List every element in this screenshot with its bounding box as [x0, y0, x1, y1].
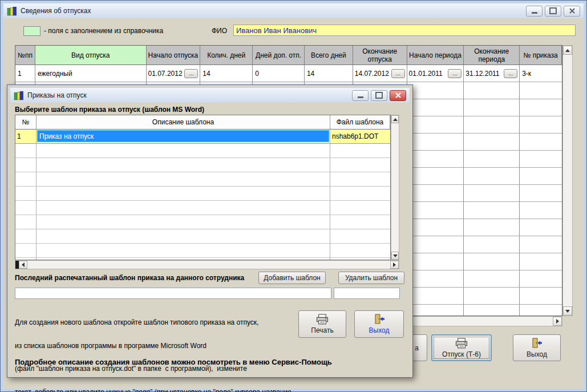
table-row[interactable]	[15, 229, 390, 244]
selected-template[interactable]: Приказ на отпуск	[37, 130, 329, 142]
scrollbar-track[interactable]	[391, 123, 399, 252]
cell-total-days[interactable]: 14	[305, 65, 353, 82]
legend-color-swatch	[23, 26, 41, 36]
cell-start-date[interactable]: 01.07.2012 ...	[147, 65, 201, 82]
column-header-num[interactable]: №	[15, 115, 37, 130]
table-row[interactable]	[15, 172, 390, 187]
table-row[interactable]	[15, 215, 390, 229]
scrollbar-track[interactable]	[563, 55, 572, 306]
column-header-total-days[interactable]: Всего дней	[305, 46, 353, 65]
cell-days[interactable]: 14	[200, 65, 253, 82]
empty-cell	[464, 151, 520, 168]
scroll-right-icon[interactable]	[390, 261, 399, 269]
fio-input[interactable]	[233, 25, 576, 36]
empty-cell	[520, 185, 562, 202]
scrollbar-track[interactable]	[27, 261, 390, 269]
empty-cell	[407, 99, 464, 116]
empty-cell	[15, 215, 37, 229]
column-header-period-end[interactable]: Окончание периода	[464, 46, 520, 65]
empty-cell	[464, 219, 520, 236]
ellipsis-icon[interactable]: ...	[504, 69, 517, 78]
empty-cell	[464, 99, 520, 116]
dialog-titlebar[interactable]: Приказы на отпуск	[10, 88, 410, 103]
add-template-button[interactable]: Добавить шаблон	[258, 272, 326, 284]
last-printed-label: Последний распечатанный шаблон приказа н…	[15, 274, 244, 282]
empty-cell	[37, 229, 330, 244]
cell-num[interactable]: 1	[15, 65, 35, 82]
column-header-description[interactable]: Описание шаблона	[37, 115, 330, 130]
minimize-icon[interactable]	[352, 90, 369, 101]
empty-cell	[407, 236, 464, 253]
exit-door-icon	[373, 314, 386, 325]
column-header-period-start[interactable]: Начало периода	[407, 46, 464, 65]
cell-order-number[interactable]: 3-к	[520, 65, 562, 82]
empty-rows-area	[15, 144, 390, 260]
dialog-exit-button[interactable]: Выход	[354, 310, 404, 338]
column-header-extra-days[interactable]: Дней доп. отп.	[253, 46, 305, 65]
empty-cell	[407, 288, 464, 305]
template-file[interactable]: nshab6p1.DOT	[330, 130, 390, 144]
maximize-icon[interactable]	[371, 90, 387, 101]
template-num[interactable]: 1	[15, 130, 37, 144]
empty-cell	[330, 172, 390, 187]
delete-template-button[interactable]: Удалить шаблон	[338, 272, 404, 284]
minimize-icon[interactable]	[526, 6, 543, 17]
empty-cell	[15, 144, 37, 158]
table-row[interactable]: 1 ежегодный 01.07.2012 ... 14 0 14 14.07…	[15, 65, 562, 82]
column-header-num[interactable]: №пп	[15, 46, 35, 65]
empty-cell	[15, 201, 37, 215]
cell-extra-days[interactable]: 0	[253, 65, 305, 82]
column-header-end[interactable]: Окончание отпуска	[353, 46, 407, 65]
last-printed-template-input[interactable]	[15, 288, 331, 299]
close-icon[interactable]	[564, 6, 580, 17]
instructions-text: Для создания нового шаблона откройте шаб…	[15, 304, 292, 392]
ellipsis-icon[interactable]: ...	[184, 69, 198, 78]
cell-period-start[interactable]: 01.01.2011 ...	[407, 65, 464, 82]
table-row[interactable]	[15, 187, 390, 201]
cell-vacation-type[interactable]: ежегодный	[35, 65, 147, 82]
column-header-days[interactable]: Колич. дней	[200, 46, 253, 65]
cell-end-date[interactable]: 14.07.2012 ...	[353, 65, 407, 82]
list-horizontal-scrollbar[interactable]	[15, 260, 399, 269]
period-start-value: 01.01.2011	[409, 70, 443, 78]
ellipsis-icon[interactable]: ...	[448, 69, 461, 78]
empty-cell	[15, 187, 37, 201]
scroll-down-icon[interactable]	[563, 306, 572, 316]
cell-period-end[interactable]: 31.12.2011 ...	[464, 65, 520, 82]
table-vertical-scrollbar[interactable]	[562, 45, 573, 316]
main-titlebar[interactable]: Сведения об отпусках	[3, 3, 584, 18]
scroll-down-icon[interactable]	[391, 252, 399, 260]
scroll-left-icon[interactable]	[19, 261, 27, 269]
column-header-vacation-type[interactable]: Вид отпуска	[35, 46, 147, 65]
empty-cell	[520, 253, 562, 270]
scroll-right-icon[interactable]	[553, 317, 562, 326]
print-vacation-t6-button[interactable]: Отпуск (Т-6)	[431, 334, 492, 361]
empty-cell	[330, 201, 390, 215]
dialog-print-button[interactable]: Печать	[298, 310, 346, 338]
maximize-icon[interactable]	[545, 6, 561, 17]
period-end-value: 31.12.2011	[465, 70, 499, 78]
empty-cell	[407, 134, 464, 151]
empty-cell	[520, 288, 562, 305]
template-description-cell[interactable]: Приказ на отпуск	[37, 130, 330, 144]
empty-cell	[407, 219, 464, 236]
column-header-file[interactable]: Файл шаблона	[330, 115, 390, 130]
empty-cell	[330, 144, 390, 158]
column-header-order[interactable]: № приказа	[520, 46, 562, 65]
close-icon[interactable]	[390, 90, 406, 101]
list-item[interactable]: 1 Приказ на отпуск nshab6p1.DOT	[15, 130, 390, 144]
last-printed-file-input[interactable]	[334, 288, 400, 299]
screen: Сведения об отпусках - поля с заполнение…	[0, 0, 587, 392]
end-date-value: 14.07.2012	[355, 70, 389, 78]
table-row[interactable]	[15, 144, 390, 158]
scroll-up-icon[interactable]	[391, 115, 399, 123]
table-row[interactable]	[15, 201, 390, 215]
table-row[interactable]	[15, 158, 390, 172]
scroll-up-icon[interactable]	[563, 46, 572, 55]
table-row[interactable]	[15, 244, 390, 258]
empty-cell	[520, 151, 562, 168]
ellipsis-icon[interactable]: ...	[391, 69, 405, 78]
main-exit-button[interactable]: Выход	[513, 334, 561, 361]
column-header-start[interactable]: Начало отпуска	[147, 46, 201, 65]
list-vertical-scrollbar[interactable]	[391, 115, 399, 260]
